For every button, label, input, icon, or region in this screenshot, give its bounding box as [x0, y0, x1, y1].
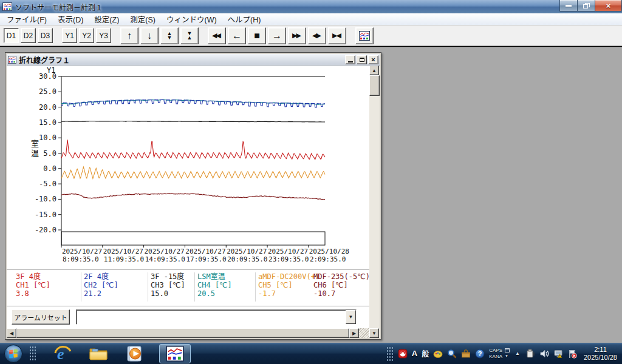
- close-button[interactable]: ×: [595, 0, 622, 12]
- ime-type-indicator[interactable]: 般: [422, 348, 429, 359]
- step-left-button[interactable]: ←: [228, 27, 246, 44]
- horizontal-scrollbar[interactable]: ◀ ▶: [7, 328, 369, 338]
- menu-setting[interactable]: 設定(Z): [89, 12, 125, 26]
- resize-grip[interactable]: [359, 328, 369, 338]
- ime-dictionary-icon[interactable]: [447, 349, 457, 359]
- ime-palette-icon[interactable]: [433, 349, 443, 359]
- menu-measure[interactable]: 測定(S): [125, 12, 161, 26]
- expand-vertical-button[interactable]: ▲ ▼: [160, 27, 179, 44]
- expand-horizontal-icon: ◀▶: [312, 32, 320, 39]
- ch1-label: 3F 4度: [16, 272, 81, 281]
- svg-text:5.0: 5.0: [43, 149, 56, 158]
- svg-text:2025/10/27: 2025/10/27: [185, 248, 225, 255]
- ch3-value: 15.0: [151, 289, 194, 298]
- ch4-value: 20.5: [197, 289, 255, 298]
- chevron-down-icon[interactable]: ▼: [505, 354, 508, 359]
- menu-view[interactable]: 表示(D): [52, 12, 89, 26]
- svg-text:11:09:35.0: 11:09:35.0: [104, 255, 144, 263]
- d3-button[interactable]: D3: [38, 28, 53, 43]
- ime-toolbox-icon[interactable]: [461, 349, 471, 359]
- alarm-combo-value[interactable]: [77, 310, 346, 324]
- y2-button[interactable]: Y2: [79, 28, 94, 43]
- collapse-vertical-button[interactable]: ▼ ▲: [180, 27, 199, 44]
- graph-close-button[interactable]: ×: [368, 55, 378, 64]
- legend-ch6: MDF-235(-5℃) CH6 [℃] -10.7: [311, 272, 369, 302]
- restore-button[interactable]: [577, 0, 595, 12]
- network-status-icon[interactable]: [553, 349, 563, 359]
- svg-text:2025/10/27: 2025/10/27: [145, 248, 185, 255]
- expand-vertical-icon: ▲ ▼: [167, 32, 173, 40]
- rewind-icon: ◀◀: [212, 32, 220, 39]
- svg-text:-15.0: -15.0: [35, 211, 56, 219]
- alarm-reset-button[interactable]: アラームリセット: [12, 309, 70, 325]
- alarm-combo-dropdown-button[interactable]: ▼: [346, 310, 356, 324]
- media-player-icon[interactable]: [125, 345, 143, 363]
- scroll-up-icon: ▲: [372, 68, 377, 73]
- scroll-down-button[interactable]: ↓: [140, 27, 159, 44]
- graph-minimize-button[interactable]: [345, 55, 355, 64]
- tray-grip[interactable]: [386, 346, 394, 361]
- language-bar-icon[interactable]: [505, 348, 510, 352]
- close-icon: ×: [371, 56, 375, 63]
- vertical-scroll-thumb[interactable]: [369, 75, 380, 96]
- d1-button[interactable]: D1: [4, 28, 19, 43]
- scroll-down-button[interactable]: ▼: [369, 328, 379, 338]
- menu-file[interactable]: ファイル(F): [1, 12, 52, 26]
- alarm-combo[interactable]: ▼: [76, 309, 357, 325]
- horizontal-scroll-thumb[interactable]: [16, 328, 349, 338]
- scroll-up-button[interactable]: ▲: [369, 66, 379, 75]
- ime-mode-indicator[interactable]: A: [412, 349, 417, 358]
- graph-window-titlebar[interactable]: 折れ線グラフ１ ×: [7, 54, 380, 66]
- scroll-up-button[interactable]: ↑: [120, 27, 138, 44]
- collapse-horizontal-button[interactable]: ▶◀: [328, 27, 346, 44]
- legend-ch2: 2F 4度 CH2 [℃] 21.2: [81, 272, 148, 302]
- menu-window[interactable]: ウィンドウ(W): [161, 12, 222, 26]
- menu-help[interactable]: ヘルプ(H): [222, 12, 267, 26]
- internet-explorer-icon[interactable]: e: [53, 345, 72, 363]
- right-arrow-icon: →: [272, 30, 282, 41]
- rewind-button[interactable]: ◀◀: [208, 27, 226, 44]
- stop-button[interactable]: ■: [248, 27, 266, 44]
- taskbar-grip[interactable]: [29, 346, 36, 362]
- forward-button[interactable]: ▶▶: [288, 27, 306, 44]
- minimize-icon: [348, 61, 353, 62]
- ch3-unit: CH3 [℃]: [151, 281, 194, 289]
- line-chart[interactable]: 30.025.020.015.010.05.00.0-5.0-10.0-15.0…: [7, 66, 369, 268]
- taskbar-clock[interactable]: 2:11 2025/10/28: [584, 346, 617, 362]
- minimize-button[interactable]: [559, 0, 578, 12]
- expand-horizontal-button[interactable]: ◀▶: [308, 27, 326, 44]
- step-right-button[interactable]: →: [268, 27, 286, 44]
- scroll-left-icon: ◀: [10, 331, 13, 336]
- down-arrow-icon: ↓: [147, 30, 152, 41]
- show-hidden-icons-button[interactable]: ▲: [514, 351, 521, 356]
- legend-ch4: LSM室温 CH4 [℃] 20.5: [194, 272, 255, 302]
- action-center-icon[interactable]: [567, 349, 577, 359]
- caps-kana-indicator[interactable]: CAPS KANA▼: [489, 348, 510, 359]
- active-app-thermo-button[interactable]: [159, 344, 191, 363]
- main-window: ソフトサーモ計測－計測１ × ファイル(F) 表示(D) 設定(Z) 測定(S)…: [0, 0, 622, 343]
- close-icon: ×: [606, 1, 611, 10]
- maximize-icon: [360, 58, 364, 62]
- d2-button[interactable]: D2: [21, 28, 36, 43]
- svg-text:2025/10/27: 2025/10/27: [103, 248, 143, 255]
- svg-text:2025/10/27: 2025/10/27: [227, 248, 267, 255]
- graph-maximize-button[interactable]: [357, 55, 367, 64]
- vertical-scrollbar[interactable]: ▲ ▼: [369, 66, 380, 338]
- svg-text:20.0: 20.0: [39, 103, 56, 112]
- graph-window: 折れ線グラフ１ × 30.025.020.015.010.05.00.0-5.0…: [5, 52, 381, 340]
- help-icon[interactable]: ?: [475, 349, 485, 359]
- ch1-unit: CH1 [℃]: [16, 281, 81, 289]
- y1-button[interactable]: Y1: [62, 28, 77, 43]
- volume-icon[interactable]: [539, 349, 549, 359]
- thermo-app-icon: [166, 346, 184, 362]
- y3-button[interactable]: Y3: [96, 28, 111, 43]
- file-explorer-icon[interactable]: [89, 345, 108, 362]
- removable-hardware-icon[interactable]: [525, 349, 535, 359]
- scroll-right-button[interactable]: ▶: [349, 328, 359, 338]
- vertical-scroll-track[interactable]: [369, 75, 380, 328]
- scroll-left-button[interactable]: ◀: [7, 328, 16, 338]
- y-axis-title: 室温: [29, 140, 40, 159]
- security-icon[interactable]: [398, 349, 408, 359]
- graph-settings-button[interactable]: [355, 27, 374, 44]
- start-button[interactable]: [4, 344, 23, 363]
